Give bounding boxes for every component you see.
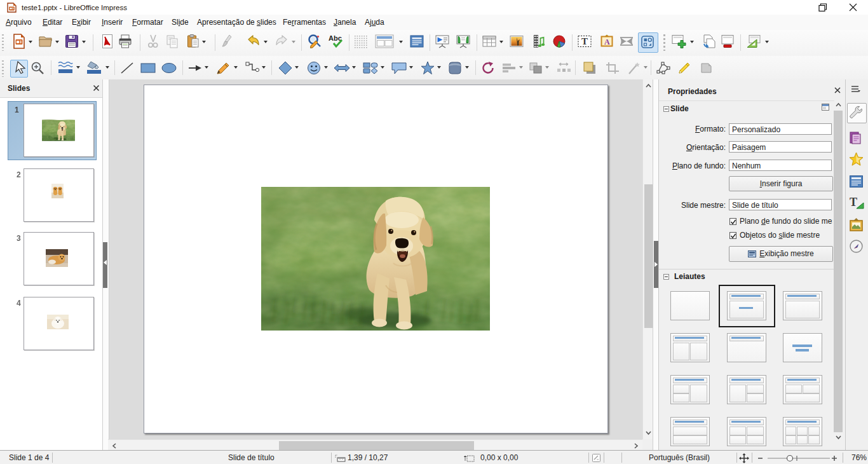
svg-text:A: A [604, 38, 610, 46]
svg-text:T: T [850, 196, 857, 208]
svg-text:Abc: Abc [329, 34, 342, 42]
svg-text:T: T [581, 36, 588, 46]
